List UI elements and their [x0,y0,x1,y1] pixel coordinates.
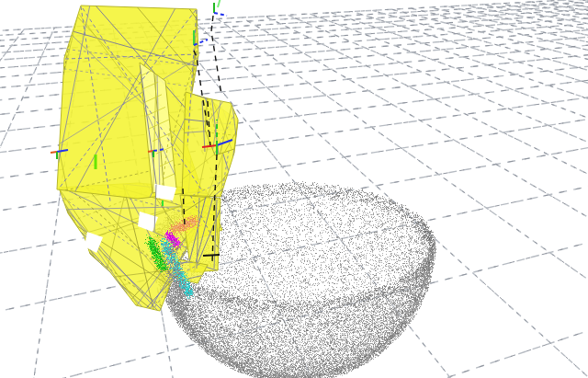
annotations-layer [0,0,588,378]
viewport-3d[interactable] [0,0,588,378]
